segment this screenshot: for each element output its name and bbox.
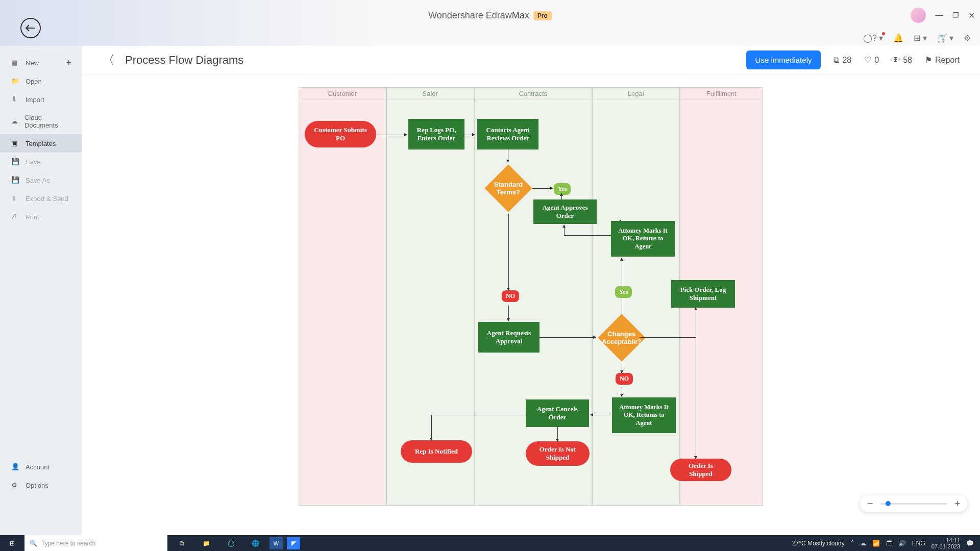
sidebar-label-save: Save bbox=[26, 158, 41, 166]
likes-stat[interactable]: ♡0 bbox=[864, 55, 879, 65]
folder-icon: 📁 bbox=[11, 77, 19, 85]
task-view-icon[interactable]: ⧉ bbox=[172, 537, 192, 550]
gear-icon: ⚙ bbox=[11, 481, 19, 489]
report-button[interactable]: ⚑Report bbox=[925, 55, 960, 65]
explorer-icon[interactable]: 📁 bbox=[196, 537, 216, 550]
chevron-left-icon[interactable]: 〈 bbox=[102, 52, 115, 68]
sidebar-item-print[interactable]: 🖨 Print bbox=[0, 208, 82, 226]
lane-header-customer: Customer bbox=[299, 88, 386, 100]
sidebar-item-new[interactable]: ▦ New + bbox=[0, 54, 82, 72]
tray-battery-icon[interactable]: 🗔 bbox=[886, 540, 892, 547]
sidebar-label-account: Account bbox=[26, 463, 50, 471]
eye-icon: 👁 bbox=[892, 56, 900, 65]
node-not-shipped[interactable]: Order Is Not Shipped bbox=[526, 441, 590, 466]
search-placeholder: Type here to search bbox=[41, 540, 95, 547]
node-agent-requests[interactable]: Agent Requests Approval bbox=[478, 322, 540, 353]
tray-volume-icon[interactable]: 🔊 bbox=[898, 540, 906, 547]
maximize-button[interactable]: ❐ bbox=[952, 11, 959, 19]
pro-badge: Pro bbox=[533, 11, 552, 20]
node-rep-logs-po[interactable]: Rep Logs PO, Enters Order bbox=[408, 119, 464, 149]
sidebar-label-new: New bbox=[26, 59, 39, 67]
zoom-in-button[interactable]: + bbox=[954, 498, 960, 509]
node-attorney-2[interactable]: Attomey Marks It OK, Retums to Agent bbox=[612, 397, 676, 433]
copy-icon: ⧉ bbox=[834, 56, 839, 65]
word-icon[interactable]: W bbox=[270, 537, 283, 549]
sidebar-label-options: Options bbox=[26, 482, 48, 489]
settings-icon[interactable]: ⚙ bbox=[964, 33, 971, 43]
chrome-icon[interactable]: 🌐 bbox=[245, 537, 265, 550]
plus-icon[interactable]: + bbox=[66, 58, 71, 68]
use-immediately-button[interactable]: Use immediately bbox=[746, 51, 821, 69]
tray-time[interactable]: 14:11 bbox=[946, 537, 960, 543]
node-pick-order[interactable]: Pick Order, Log Shipment bbox=[671, 280, 735, 308]
sidebar-label-templates: Templates bbox=[26, 140, 56, 147]
apps-icon[interactable]: ⊞ ▾ bbox=[914, 33, 926, 43]
zoom-slider[interactable] bbox=[880, 503, 948, 505]
templates-icon: ▣ bbox=[11, 139, 19, 147]
lane-header-contracts: Contracts bbox=[475, 88, 592, 100]
node-contacts-agent[interactable]: Contacts Agent Reviews Order bbox=[477, 119, 538, 149]
weather-widget[interactable]: 27°C Mostly cloudy bbox=[792, 540, 845, 547]
sidebar-item-cloud[interactable]: ☁ Cloud Documents bbox=[0, 109, 82, 134]
lane-header-saler: Saler bbox=[387, 88, 474, 100]
minimize-button[interactable]: ─ bbox=[935, 9, 943, 22]
diagram-canvas[interactable]: Customer Saler Contracts Legal Fulfillme… bbox=[299, 87, 763, 506]
sidebar-item-saveas[interactable]: 💾 Save As bbox=[0, 171, 82, 189]
avatar[interactable] bbox=[911, 8, 926, 23]
node-attorney-1[interactable]: Attomey Marks It OK, Retums to Agent bbox=[611, 221, 675, 257]
cloud-icon: ☁ bbox=[11, 117, 18, 126]
sidebar-item-options[interactable]: ⚙ Options bbox=[0, 476, 82, 494]
lane-header-fulfillment: Fulfillment bbox=[680, 88, 763, 100]
tag-yes-2[interactable]: Yes bbox=[615, 286, 632, 298]
sidebar-item-save[interactable]: 💾 Save bbox=[0, 153, 82, 171]
zoom-control[interactable]: − + bbox=[860, 495, 967, 512]
bell-icon[interactable]: 🔔 bbox=[893, 33, 903, 43]
zoom-out-button[interactable]: − bbox=[867, 498, 873, 510]
tray-onedrive-icon[interactable]: ☁ bbox=[860, 540, 866, 547]
sidebar-label-export: Export & Send bbox=[26, 195, 68, 203]
page-title: Process Flow Diagrams bbox=[125, 54, 243, 67]
edraw-icon[interactable]: ◤ bbox=[287, 537, 300, 549]
tray-notifications-icon[interactable]: 💬 bbox=[966, 540, 974, 547]
save-icon: 💾 bbox=[11, 158, 19, 166]
export-icon: ⇧ bbox=[11, 194, 19, 203]
saveas-icon: 💾 bbox=[11, 176, 19, 184]
sidebar-item-templates[interactable]: ▣ Templates bbox=[0, 134, 82, 153]
sidebar-item-export[interactable]: ⇧ Export & Send bbox=[0, 189, 82, 208]
help-icon[interactable]: ◯? ▾ bbox=[863, 33, 883, 43]
node-agent-cancels[interactable]: Agent Cancels Order bbox=[526, 399, 589, 427]
sidebar-item-import[interactable]: ⇩ Import bbox=[0, 90, 82, 109]
edge-icon[interactable]: ◯ bbox=[220, 537, 241, 550]
start-button[interactable]: ⊞ bbox=[0, 540, 24, 547]
node-rep-notified[interactable]: Rep Is Notified bbox=[401, 440, 472, 463]
tray-date[interactable]: 07-11-2023 bbox=[932, 543, 960, 549]
lane-header-legal: Legal bbox=[593, 88, 679, 100]
tag-no-2[interactable]: NO bbox=[616, 373, 633, 385]
back-button[interactable] bbox=[20, 18, 41, 38]
heart-icon: ♡ bbox=[864, 55, 871, 65]
taskbar-search[interactable]: 🔍 Type here to search bbox=[24, 535, 167, 551]
sidebar-label-print: Print bbox=[26, 213, 39, 221]
copies-stat[interactable]: ⧉28 bbox=[834, 56, 851, 65]
sidebar-label-import: Import bbox=[26, 96, 44, 104]
sidebar-label-cloud: Cloud Documents bbox=[24, 114, 70, 129]
cart-icon[interactable]: 🛒 ▾ bbox=[937, 33, 953, 43]
node-agent-approves[interactable]: Agent Approves Order bbox=[533, 199, 597, 224]
sidebar-item-open[interactable]: 📁 Open bbox=[0, 72, 82, 90]
tray-chevron-icon[interactable]: ˄ bbox=[851, 540, 854, 547]
flag-icon: ⚑ bbox=[925, 55, 932, 65]
app-title: Wondershare EdrawMax bbox=[428, 10, 529, 21]
account-icon: 👤 bbox=[11, 463, 19, 471]
views-stat[interactable]: 👁58 bbox=[892, 56, 912, 65]
import-icon: ⇩ bbox=[11, 95, 19, 104]
sidebar-label-saveas: Save As bbox=[26, 177, 50, 184]
tag-no-1[interactable]: NO bbox=[502, 290, 519, 302]
sidebar-label-open: Open bbox=[26, 78, 42, 85]
sidebar-item-account[interactable]: 👤 Account bbox=[0, 458, 82, 476]
search-icon: 🔍 bbox=[30, 540, 37, 547]
close-button[interactable]: ✕ bbox=[968, 11, 975, 20]
node-shipped[interactable]: Order Is Shipped bbox=[670, 459, 731, 481]
tray-lang[interactable]: ENG bbox=[912, 540, 925, 547]
tray-wifi-icon[interactable]: 📶 bbox=[872, 540, 880, 547]
node-customer-submits-po[interactable]: Customer Submits PO bbox=[305, 121, 376, 147]
